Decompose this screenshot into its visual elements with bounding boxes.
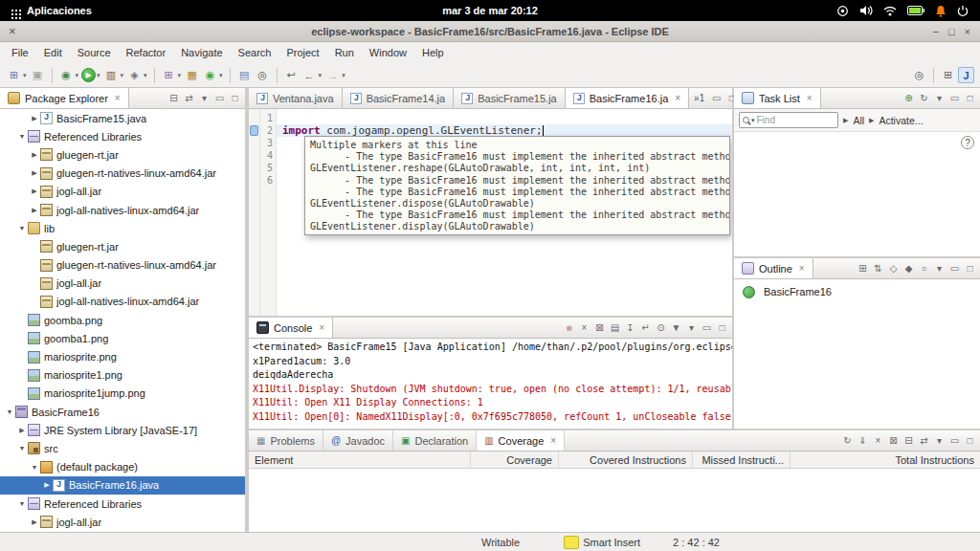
tree-item-mariosprite1jump-png[interactable]: mariosprite1jump.png [0, 385, 245, 403]
view-menu-icon[interactable]: ▾ [932, 93, 947, 103]
tab-task-list[interactable]: Task List × [734, 88, 821, 108]
hide-non-public-members-icon[interactable]: ○ [917, 263, 931, 274]
dump-execution-data-icon[interactable]: ⇓ [856, 435, 870, 446]
caret-position-status[interactable]: 2 : 42 : 42 [673, 537, 720, 548]
back-icon[interactable]: ← [301, 67, 318, 83]
new-package-icon[interactable]: ▦ [184, 67, 200, 83]
expander-icon[interactable]: ▼ [16, 500, 28, 507]
column-total-instructions[interactable]: Total Instructions [791, 452, 980, 468]
dropdown-arrow-icon[interactable]: ▾ [144, 72, 147, 79]
editor-tab-ventana-java[interactable]: Ventana.java [249, 88, 343, 108]
minimize-icon[interactable]: ▭ [947, 435, 962, 446]
expander-icon[interactable]: ▼ [16, 133, 28, 140]
editor-tab-basicframe14-ja[interactable]: BasicFrame14.ja [343, 88, 455, 108]
run-icon[interactable]: ▶ [81, 68, 96, 82]
tab-coverage[interactable]: ▥Coverage× [477, 430, 565, 451]
display-selected-console-icon[interactable]: ▼ [669, 322, 683, 333]
tree-item-jogl-all-jar[interactable]: jogl-all.jar [0, 275, 245, 293]
tree-item-gluegen-rt-natives-linux-amd64-jar[interactable]: gluegen-rt-natives-linux-amd64.jar [0, 256, 245, 275]
column-element[interactable]: Element [249, 452, 471, 468]
screencast-icon[interactable] [836, 5, 849, 17]
menu-item-edit[interactable]: Edit [36, 44, 70, 61]
collapse-all-icon[interactable]: ⊟ [167, 93, 181, 103]
column-covered-instructions[interactable]: Covered Instructions [559, 452, 693, 468]
column-coverage[interactable]: Coverage [471, 452, 559, 468]
dropdown-arrow-icon[interactable]: ▾ [178, 72, 182, 79]
dropdown-arrow-icon[interactable]: ▾ [319, 72, 323, 79]
external-tools-icon[interactable]: ◈ [126, 67, 143, 83]
activate-arrow-icon[interactable]: ▶ [869, 117, 874, 124]
new-java-project-icon[interactable]: ⊞ [161, 67, 177, 83]
coverage-icon[interactable]: ▥ [103, 67, 120, 83]
remove-all-launches-icon[interactable]: ⊠ [592, 322, 607, 333]
task-find-box[interactable]: ▾ [739, 112, 838, 128]
java-perspective-icon[interactable]: J [958, 67, 974, 83]
new-class-icon[interactable]: ◉ [202, 67, 218, 83]
tab-package-explorer[interactable]: Package Explorer × [0, 88, 129, 108]
remove-launch-icon[interactable]: × [577, 322, 591, 333]
last-edit-location-icon[interactable]: ↩ [283, 67, 300, 83]
tree-item-referenced-libraries[interactable]: ▼Referenced Libraries [0, 127, 245, 145]
scope-arrow-icon[interactable]: ▶ [843, 117, 848, 124]
expander-icon[interactable]: ▶ [41, 481, 53, 489]
expander-icon[interactable]: ▼ [4, 408, 15, 415]
menu-item-refactor[interactable]: Refactor [119, 44, 174, 61]
tree-item-basicframe16-java[interactable]: ▶BasicFrame16.java [0, 476, 245, 495]
expander-icon[interactable]: ▶ [29, 187, 40, 195]
maximize-icon[interactable]: □ [715, 322, 729, 333]
view-menu-icon[interactable]: ▾ [932, 435, 947, 446]
tree-item-gluegen-rt-natives-linux-amd64-jar[interactable]: ▶gluegen-rt-natives-linux-amd64.jar [0, 165, 245, 183]
remove-all-sessions-icon[interactable]: ⊠ [886, 435, 901, 446]
dropdown-arrow-icon[interactable]: ▾ [23, 72, 27, 79]
tree-item-lib[interactable]: ▼lib [0, 219, 245, 237]
code-area[interactable]: import com.jogamp.opengl.GLEventListener… [277, 109, 732, 316]
console-output[interactable]: <terminated> BasicFrame15 [Java Applicat… [249, 339, 732, 429]
menu-item-file[interactable]: File [4, 44, 36, 61]
menu-item-navigate[interactable]: Navigate [173, 44, 230, 61]
expander-icon[interactable]: ▶ [29, 115, 40, 122]
tree-item-referenced-libraries[interactable]: ▼Referenced Libraries [0, 495, 245, 513]
minimize-icon[interactable]: ▭ [700, 322, 714, 333]
maximize-icon[interactable]: □ [963, 93, 977, 103]
close-view-icon[interactable]: × [319, 322, 324, 333]
new-task-icon[interactable]: ⊕ [902, 93, 916, 103]
tree-item-mariosprite-png[interactable]: mariosprite.png [0, 347, 245, 365]
link-with-editor-icon[interactable]: ⇄ [182, 93, 196, 103]
clear-console-icon[interactable]: ▤ [608, 322, 622, 333]
column-missed-instructi[interactable]: Missed Instructi... [693, 452, 791, 468]
dropdown-arrow-icon[interactable]: ▾ [121, 72, 124, 79]
close-tab-icon[interactable]: × [550, 435, 556, 446]
tree-item-jogl-all-jar[interactable]: ▶jogl-all.jar [0, 183, 245, 201]
minimize-icon[interactable]: ▭ [709, 93, 724, 103]
tree-item-jre-system-library-javase-17[interactable]: ▶JRE System Library [JavaSE-17] [0, 421, 245, 439]
sort-icon[interactable]: ⇅ [871, 263, 885, 274]
view-menu-icon[interactable]: ▾ [197, 93, 212, 103]
new-wizard-icon[interactable]: ⊞ [6, 67, 22, 83]
synchronize-icon[interactable]: ↻ [917, 93, 931, 103]
scroll-lock-icon[interactable]: ↧ [623, 322, 637, 333]
expander-icon[interactable]: ▶ [29, 151, 40, 159]
tree-item-src[interactable]: ▼src [0, 439, 245, 457]
menu-item-project[interactable]: Project [278, 44, 326, 61]
editor-tab-basicframe16-ja[interactable]: BasicFrame16.ja× [566, 88, 689, 108]
dropdown-arrow-icon[interactable]: ▾ [219, 72, 223, 79]
menu-item-source[interactable]: Source [70, 44, 119, 61]
window-close-icon[interactable]: × [965, 26, 970, 37]
save-icon[interactable]: ▣ [30, 67, 46, 83]
tree-item-goomba-png[interactable]: goomba.png [0, 311, 245, 329]
forward-icon[interactable]: → [324, 67, 341, 83]
outline-item-basicframe16[interactable]: BasicFrame16 [734, 283, 980, 300]
task-find-input[interactable] [757, 115, 820, 125]
minimize-icon[interactable]: ▭ [212, 93, 227, 103]
window-maximize-icon[interactable]: □ [948, 26, 955, 37]
editor-area[interactable]: 123456 import com.jogamp.opengl.GLEventL… [249, 109, 732, 316]
menu-item-run[interactable]: Run [327, 44, 362, 61]
open-perspective-icon[interactable]: ⊞ [940, 67, 956, 83]
tree-item-jogl-all-natives-linux-amd64-jar[interactable]: jogl-all-natives-linux-amd64.jar [0, 293, 245, 311]
view-menu-icon[interactable]: ▾ [932, 263, 947, 274]
activate-link[interactable]: Activate... [879, 115, 923, 126]
tab-declaration[interactable]: ▣Declaration [393, 430, 477, 451]
menu-item-help[interactable]: Help [414, 44, 452, 61]
close-view-icon[interactable]: × [115, 93, 121, 103]
expander-icon[interactable]: ▶ [29, 518, 40, 526]
